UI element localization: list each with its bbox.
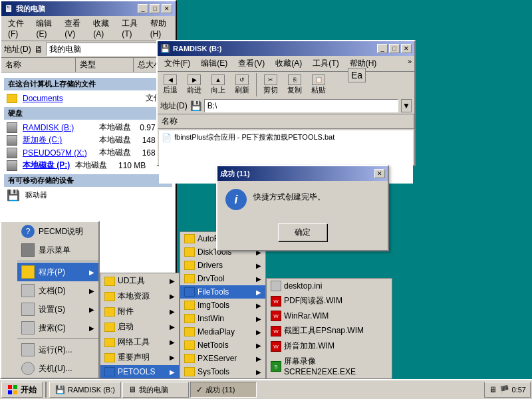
ft-winrar[interactable]: W WinRar.WIM (267, 309, 392, 323)
menu-edit[interactable]: 编辑(E) (32, 17, 58, 39)
ft-desktop-ini[interactable]: desktop.ini (267, 279, 392, 293)
menu-favorites[interactable]: 收藏(A) (89, 17, 115, 39)
ramdisk-minimize-button[interactable]: _ (377, 44, 388, 53)
start-button[interactable]: 开始 (1, 382, 43, 398)
tray-flag-icon: 🏴 (499, 385, 509, 394)
ramdisk-menu-file[interactable]: 文件(F) (160, 57, 194, 70)
drive-p[interactable]: 本地磁盘 (P:) 本地磁盘 110 MB (4, 159, 172, 172)
drive-x[interactable]: PSEUDO57M (X:) 本地磁盘 168 MB (4, 146, 172, 159)
petools-systools[interactable]: SysTools ▶ (180, 365, 265, 378)
folder-icon-network (104, 338, 115, 347)
taskbar-btn-my-computer[interactable]: 🖥 我的电脑 (122, 382, 189, 398)
folder-icon-startup (104, 323, 115, 332)
dialog-ok-button[interactable]: 确定 (278, 223, 327, 241)
folder-icon-petools (104, 367, 115, 376)
ramdisk-address-dropdown[interactable]: ▼ (401, 99, 412, 112)
ramdisk-menu-favorites[interactable]: 收藏(A) (271, 57, 306, 70)
start-item-pecmd[interactable]: ? PECMD说明 (17, 222, 98, 241)
toolbar-back[interactable]: ◀ 后退 (159, 73, 182, 96)
documents-item[interactable]: Documents 文件夹 (4, 92, 172, 104)
ramdisk-menu-extra[interactable]: » (408, 57, 412, 70)
ud-arrow: ▶ (170, 277, 175, 285)
svg-rect-2 (8, 390, 12, 394)
folder-icon-instwin (184, 314, 195, 323)
minimize-button[interactable]: _ (138, 4, 148, 13)
dialog-close-button[interactable]: ✕ (374, 169, 385, 178)
menu-tools[interactable]: 工具(T) (118, 17, 143, 39)
start-menu-divider2 (17, 338, 98, 339)
petools-filetools[interactable]: FileTools ▶ (180, 285, 265, 299)
start-menu-divider (17, 261, 98, 261)
petools-nettools[interactable]: NetTools ▶ (180, 338, 265, 352)
petools-mediaplay[interactable]: MediaPlay ▶ (180, 325, 265, 338)
start-item-programs[interactable]: 程序(P) ▶ (17, 263, 98, 281)
start-item-settings[interactable]: 设置(S) ▶ (17, 300, 98, 319)
petools-drivers[interactable]: Drivers ▶ (180, 259, 265, 272)
ramdisk-window-controls: _ □ ✕ (377, 44, 412, 53)
toolbar-refresh[interactable]: ↺ 刷新 (231, 73, 253, 96)
prog-network-tools[interactable]: 网络工具 ▶ (100, 334, 179, 350)
prog-petools[interactable]: PETOOLS ▶ (100, 365, 179, 378)
ft-screen2exe[interactable]: S 屏幕录像SCREEN2EXE.EXE (267, 354, 392, 378)
prog-local-resources[interactable]: 本地资源 ▶ (100, 289, 179, 304)
ramdisk-close-button[interactable]: ✕ (401, 44, 412, 53)
petools-drvtool[interactable]: DrvTool ▶ (180, 272, 265, 285)
section-removable: 有可移动存储的设备 (4, 174, 172, 187)
drive-removable[interactable]: 💾 驱动器 (4, 188, 172, 202)
prog-accessories[interactable]: 附件 ▶ (100, 304, 179, 319)
start-item-shutdown[interactable]: 关机(U)... (17, 359, 98, 378)
hdd-icon-ramdisk (7, 122, 17, 133)
petools-instwin[interactable]: InstWin ▶ (180, 312, 265, 325)
ramdisk-title: 💾 RAMDISK (B:) (160, 44, 221, 53)
cut-icon: ✂ (264, 74, 277, 85)
toolbar-forward[interactable]: ▶ 前进 (183, 73, 205, 96)
petools-imgtools[interactable]: ImgTools ▶ (180, 299, 265, 312)
ramdisk-menu-view[interactable]: 查看(V) (234, 57, 269, 70)
toolbar-paste[interactable]: 📋 粘贴 (307, 73, 330, 96)
maximize-button[interactable]: □ (150, 4, 160, 13)
taskbar-btn-success[interactable]: ✓ 成功 (11) (190, 382, 257, 398)
address-input[interactable]: 我的电脑 (46, 43, 172, 56)
taskbar-btn-ramdisk[interactable]: 💾 RAMDISK (B:) (49, 382, 121, 398)
ramdisk-menu-tools[interactable]: 工具(T) (309, 57, 342, 70)
startup-arrow: ▶ (170, 323, 175, 331)
toolbar-cut[interactable]: ✂ 剪切 (259, 73, 282, 96)
toolbar-copy[interactable]: ⎘ 复制 (283, 73, 306, 96)
ramdisk-menu-edit[interactable]: 编辑(E) (197, 57, 231, 70)
start-item-display-menu[interactable]: 显示菜单 (17, 241, 98, 259)
toolbar-up[interactable]: ▲ 向上 (207, 73, 229, 96)
copy-icon: ⎘ (288, 74, 301, 85)
start-item-run[interactable]: 运行(R)... (17, 340, 98, 359)
prog-ud-tools[interactable]: UD工具 ▶ (100, 273, 179, 289)
col-name: 名称 (1, 58, 76, 72)
menu-view[interactable]: 查看(V) (61, 17, 86, 39)
menu-help[interactable]: 帮助(H) (146, 17, 172, 39)
folder-icon-drivers (184, 261, 195, 270)
wim-red-icon-pinyin: W (271, 341, 281, 352)
drvtool-arrow: ▶ (256, 275, 261, 283)
prog-important-notice[interactable]: 重要声明 ▶ (100, 350, 179, 365)
ramdisk-maximize-button[interactable]: □ (389, 44, 400, 53)
menu-file[interactable]: 文件(F) (4, 17, 29, 39)
ft-pinyin[interactable]: W 拼音加加.WIM (267, 338, 392, 354)
petools-pxeserver[interactable]: PXEServer ▶ (180, 352, 265, 365)
ramdisk-col-name: 名称 (158, 114, 414, 128)
search-arrow: ▶ (89, 325, 94, 332)
drive-ramdisk[interactable]: RAMDISK (B:) 本地磁盘 0.97 MB (4, 121, 172, 134)
svg-rect-0 (8, 385, 12, 389)
prog-startup[interactable]: 启动 ▶ (100, 319, 179, 334)
start-item-search[interactable]: 搜索(C) ▶ (17, 319, 98, 337)
ramdisk-address-input[interactable]: B:\ (204, 99, 398, 112)
ft-pdf-reader[interactable]: W PDF阅读器.WIM (267, 293, 392, 309)
start-item-docs[interactable]: 文档(D) ▶ (17, 281, 98, 300)
petools-arrow: ▶ (170, 368, 175, 376)
ramdisk-file-item[interactable]: 📄 fbinstPlus综合应用 - PE下搜索加载PETOOLS.bat (159, 130, 413, 144)
drive-c[interactable]: 新加卷 (C:) 本地磁盘 148 MB (4, 134, 172, 146)
ft-epsnap[interactable]: W 截图工具EPSnap.WIM (267, 323, 392, 338)
folder-icon-nettools (184, 340, 195, 350)
close-button[interactable]: ✕ (162, 4, 172, 13)
folder-icon-notice (104, 353, 115, 362)
windows-logo-icon (7, 384, 18, 395)
pxeserver-arrow: ▶ (256, 355, 261, 362)
success-dialog: 成功 (11) ✕ i 快捷方式创建完毕。 确定 (216, 165, 389, 251)
